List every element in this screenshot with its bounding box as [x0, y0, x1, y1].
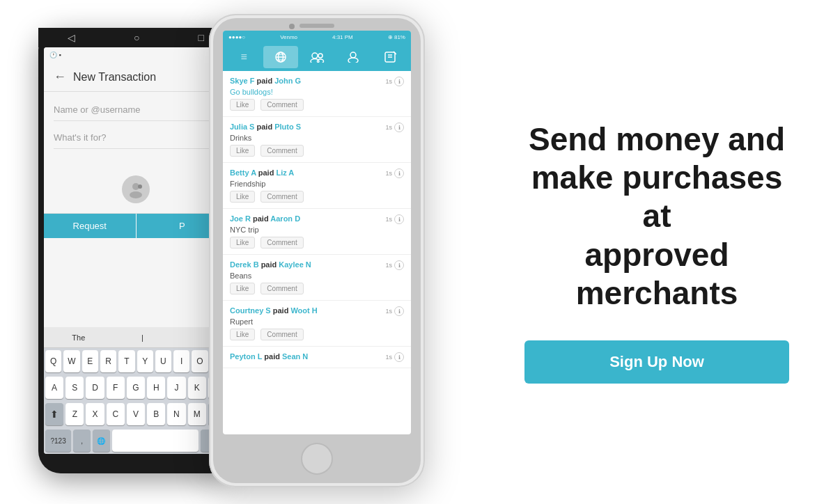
feed-item-2-actions: Like Comment [230, 145, 404, 157]
key-o[interactable]: O [192, 350, 208, 372]
feed-item-2-comment[interactable]: Comment [260, 145, 303, 157]
key-shift[interactable]: ⬆ [45, 403, 63, 425]
feed-item-6-comment[interactable]: Comment [260, 329, 303, 340]
feed-item-4-comment[interactable]: Comment [260, 237, 303, 249]
key-y[interactable]: Y [137, 350, 153, 372]
key-c[interactable]: C [107, 403, 125, 425]
key-m[interactable]: M [188, 403, 206, 425]
feed-item-6-names: Courtney S paid Woot H [230, 306, 318, 315]
key-globe[interactable]: 🌐 [93, 430, 110, 452]
iphone-speaker [300, 24, 334, 28]
feed-item-3-comment[interactable]: Comment [260, 191, 303, 203]
suggestion-cursor: | [141, 333, 143, 342]
nav-back-icon[interactable]: ◁ [68, 32, 75, 43]
feed-item-3-info[interactable]: ℹ [394, 168, 404, 178]
android-header-title: New Transaction [73, 71, 156, 84]
venmo-globe-tab[interactable] [263, 46, 298, 68]
feed-item-4-info[interactable]: ℹ [394, 214, 404, 224]
feed-item-1-like[interactable]: Like [230, 99, 255, 111]
signup-button[interactable]: Sign Up Now [524, 340, 789, 384]
feed-item-6: Courtney S paid Woot H 1s ℹ Rupert [223, 301, 411, 347]
key-b[interactable]: B [147, 403, 165, 425]
feed-item-4-like[interactable]: Like [230, 237, 255, 249]
suggestion-the[interactable]: The [72, 333, 85, 342]
venmo-person-tab[interactable] [336, 46, 371, 68]
venmo-pay-tab[interactable] [373, 46, 407, 68]
key-numbers[interactable]: ?123 [45, 430, 71, 452]
back-button[interactable]: ← [54, 70, 66, 84]
key-z[interactable]: Z [65, 403, 84, 425]
feed-item-1-receiver: John G [274, 77, 301, 85]
keyboard-row-1: Q W E R T Y U I O P [44, 348, 228, 375]
feed-item-2-like[interactable]: Like [230, 145, 255, 157]
request-button[interactable]: Request [44, 214, 136, 238]
feed-item-5-comment[interactable]: Comment [260, 283, 303, 294]
feed-item-7-names: Peyton L paid Sean N [230, 352, 308, 361]
feed-item-4-names: Joe R paid Aaron D [230, 214, 300, 223]
name-input[interactable]: Name or @username [54, 99, 218, 121]
key-u[interactable]: U [155, 350, 171, 372]
key-x[interactable]: X [86, 403, 104, 425]
feed-item-5-time: 1s ℹ [385, 260, 404, 270]
feed-item-3-sender: Betty A [230, 168, 256, 177]
android-input-area: Name or @username What's it for? [44, 92, 228, 162]
feed-item-1-info[interactable]: ℹ [394, 77, 404, 86]
key-comma[interactable]: , [73, 430, 91, 452]
key-t[interactable]: T [118, 350, 134, 372]
tagline-line2: make purchases at [515, 159, 798, 235]
feed-item-7-info[interactable]: ℹ [394, 352, 404, 362]
venmo-signal: ●●●●○ [228, 34, 245, 40]
feed-item-2-receiver: Pluto S [274, 123, 301, 131]
feed-item-3-receiver: Liz A [276, 168, 294, 177]
iphone-home-button[interactable] [301, 443, 333, 475]
feed-item-1-comment[interactable]: Comment [260, 99, 303, 111]
feed-item-6-like[interactable]: Like [230, 329, 255, 340]
key-v[interactable]: V [127, 403, 145, 425]
feed-item-6-header: Courtney S paid Woot H 1s ℹ [230, 306, 404, 316]
key-g[interactable]: G [127, 377, 145, 399]
svg-point-12 [350, 52, 356, 58]
key-q[interactable]: Q [45, 350, 61, 372]
key-w[interactable]: W [63, 350, 79, 372]
svg-point-2 [138, 184, 142, 189]
feed-item-2-names: Julia S paid Pluto S [230, 123, 301, 131]
key-k[interactable]: K [188, 377, 206, 399]
key-e[interactable]: E [82, 350, 98, 372]
feed-item-2-header: Julia S paid Pluto S 1s ℹ [230, 123, 404, 132]
key-n[interactable]: N [167, 403, 185, 425]
feed-item-6-sender: Courtney S [230, 306, 271, 315]
key-space[interactable] [112, 430, 199, 452]
feed-item-6-receiver: Woot H [290, 306, 317, 315]
nav-home-icon[interactable]: ○ [134, 32, 139, 43]
venmo-brand: Venmo [280, 34, 297, 40]
key-f[interactable]: F [107, 377, 125, 399]
feed-item-2-info[interactable]: ℹ [394, 123, 404, 132]
feed-item-6-info[interactable]: ℹ [394, 306, 404, 316]
feed-item-5-receiver: Kaylee N [279, 260, 311, 269]
feed-item-1-actions: Like Comment [230, 99, 404, 111]
feed-item-4-sender: Joe R [230, 214, 251, 223]
key-a[interactable]: A [45, 377, 63, 399]
feed-item-6-note: Rupert [230, 317, 404, 326]
note-input[interactable]: What's it for? [54, 127, 218, 149]
feed-item-7-receiver: Sean N [282, 352, 308, 361]
android-status-bar: 🕐 ▪ ◻ ▮ [44, 47, 228, 63]
key-r[interactable]: R [100, 350, 116, 372]
key-s[interactable]: S [65, 377, 84, 399]
feed-item-5-sender: Derek B [230, 260, 259, 269]
venmo-friends-tab[interactable] [300, 46, 334, 68]
venmo-menu-icon[interactable]: ≡ [226, 46, 261, 68]
nav-recent-icon[interactable]: □ [199, 32, 204, 43]
key-j[interactable]: J [167, 377, 185, 399]
keyboard-row-4: ?123 , 🌐 ↵ [44, 427, 228, 454]
keyboard-row-2: A S D F G H J K L [44, 375, 228, 401]
right-section: Send money and make purchases at approve… [474, 93, 840, 411]
feed-item-5-like[interactable]: Like [230, 283, 255, 294]
venmo-feed: Skye F paid John G 1s ℹ Go bulldogs! [223, 71, 411, 368]
feed-item-5-info[interactable]: ℹ [394, 260, 404, 270]
feed-item-4: Joe R paid Aaron D 1s ℹ NYC trip [223, 209, 411, 255]
key-h[interactable]: H [147, 377, 165, 399]
key-d[interactable]: D [86, 377, 104, 399]
key-i[interactable]: I [173, 350, 189, 372]
feed-item-3-like[interactable]: Like [230, 191, 255, 203]
